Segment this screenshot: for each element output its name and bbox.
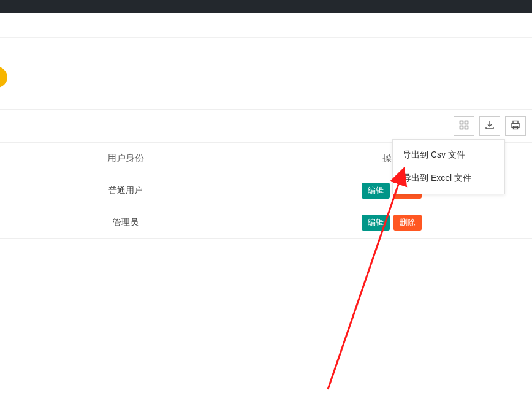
svg-rect-0 (460, 121, 463, 124)
svg-rect-1 (465, 121, 468, 124)
columns-icon (459, 120, 469, 132)
app-topbar (0, 0, 532, 13)
accent-pill (0, 67, 7, 88)
cell-role: 普通用户 (0, 175, 251, 207)
edit-button[interactable]: 编辑 (362, 183, 390, 199)
svg-rect-2 (460, 126, 463, 129)
print-button[interactable] (505, 116, 526, 136)
export-excel-item[interactable]: 导出到 Excel 文件 (393, 167, 504, 190)
app-subbar (0, 13, 532, 38)
export-button[interactable] (479, 116, 500, 136)
columns-button[interactable] (454, 116, 474, 136)
edit-button[interactable]: 编辑 (362, 215, 390, 231)
panel-toolbar (0, 109, 532, 143)
delete-button[interactable]: 删除 (393, 215, 422, 231)
export-csv-item[interactable]: 导出到 Csv 文件 (393, 143, 504, 167)
export-icon (485, 120, 495, 132)
table-row: 管理员 编辑删除 (0, 207, 532, 238)
svg-rect-3 (465, 126, 468, 129)
export-dropdown: 导出到 Csv 文件 导出到 Excel 文件 (392, 139, 505, 194)
cell-actions: 编辑删除 (251, 207, 532, 238)
svg-rect-6 (514, 126, 518, 129)
cell-role: 管理员 (0, 207, 251, 238)
print-icon (511, 120, 520, 132)
column-header-role: 用户身份 (0, 143, 251, 175)
